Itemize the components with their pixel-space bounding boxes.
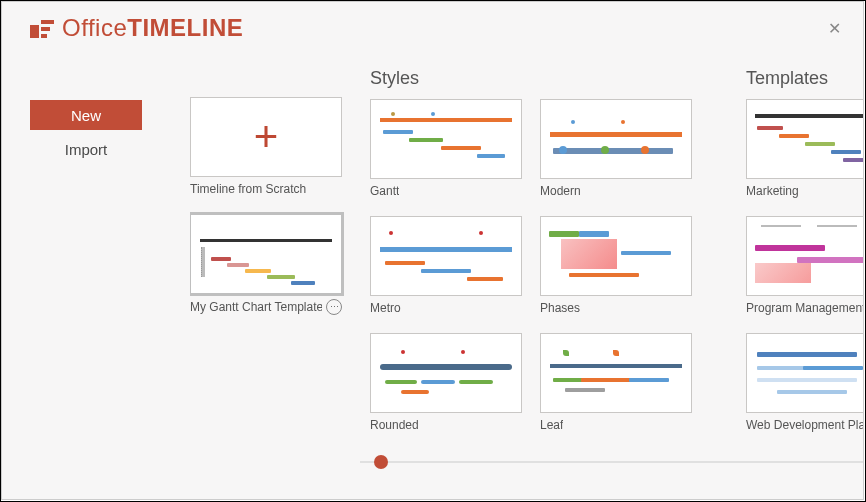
style-label: Leaf xyxy=(540,418,563,432)
main-window: OfficeTIMELINE ✕ New Import + Timeline f… xyxy=(1,1,864,500)
template-label: Timeline from Scratch xyxy=(190,182,306,196)
scroll-thumb[interactable] xyxy=(374,455,388,469)
template-label: Web Development Plan xyxy=(746,418,863,432)
brand-second: TIMELINE xyxy=(127,14,243,41)
sidebar-new-button[interactable]: New xyxy=(30,100,142,130)
template-scratch[interactable]: + Timeline from Scratch xyxy=(190,97,342,196)
style-rounded[interactable]: Rounded xyxy=(370,333,522,432)
more-icon[interactable]: ⋯ xyxy=(326,299,342,315)
style-label: Phases xyxy=(540,301,580,315)
header: OfficeTIMELINE ✕ xyxy=(2,2,863,50)
template-label: My Gantt Chart Template xyxy=(190,300,322,314)
template-my-gantt[interactable]: My Gantt Chart Template ⋯ xyxy=(190,214,342,315)
template-webdev[interactable]: Web Development Plan xyxy=(746,333,863,432)
template-marketing[interactable]: Marketing xyxy=(746,99,863,198)
style-phases[interactable]: Phases xyxy=(540,216,692,315)
template-program[interactable]: Program Management xyxy=(746,216,863,315)
svg-rect-2 xyxy=(41,27,50,31)
sidebar-import-button[interactable]: Import xyxy=(30,134,142,164)
style-metro[interactable]: Metro xyxy=(370,216,522,315)
logo-icon xyxy=(30,18,54,38)
style-label: Gantt xyxy=(370,184,399,198)
content: + Timeline from Scratch xyxy=(190,50,863,499)
style-modern[interactable]: Modern xyxy=(540,99,692,198)
section-styles-title: Styles xyxy=(370,68,694,89)
plus-icon: + xyxy=(254,116,279,158)
template-label: Marketing xyxy=(746,184,799,198)
template-label: Program Management xyxy=(746,301,863,315)
brand-first: Office xyxy=(62,14,127,41)
style-label: Modern xyxy=(540,184,581,198)
svg-rect-3 xyxy=(41,34,47,38)
style-label: Metro xyxy=(370,301,401,315)
section-templates-title: Templates xyxy=(746,68,863,89)
style-gantt[interactable]: Gantt xyxy=(370,99,522,198)
style-label: Rounded xyxy=(370,418,419,432)
svg-rect-1 xyxy=(41,20,54,24)
svg-rect-0 xyxy=(30,25,39,38)
close-icon[interactable]: ✕ xyxy=(824,15,845,42)
sidebar: New Import xyxy=(30,50,190,499)
brand-text: OfficeTIMELINE xyxy=(62,14,243,42)
body: New Import + Timeline from Scratch xyxy=(2,50,863,499)
scroll-track[interactable] xyxy=(360,461,863,463)
style-leaf[interactable]: Leaf xyxy=(540,333,692,432)
